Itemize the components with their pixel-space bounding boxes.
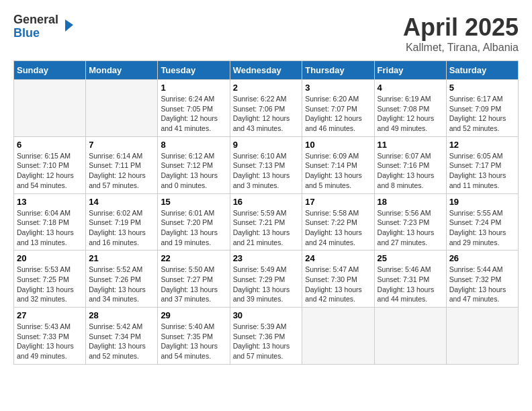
day-number: 11 — [378, 140, 443, 150]
day-number: 21 — [89, 253, 154, 263]
day-number: 10 — [305, 140, 371, 150]
calendar-header-row: SundayMondayTuesdayWednesdayThursdayFrid… — [14, 61, 519, 80]
day-number: 19 — [449, 197, 515, 207]
day-number: 6 — [17, 140, 83, 150]
day-number: 5 — [449, 83, 515, 93]
day-info: Sunrise: 5:58 AM Sunset: 7:22 PM Dayligh… — [305, 208, 371, 248]
day-cell: 24Sunrise: 5:47 AM Sunset: 7:30 PM Dayli… — [302, 250, 374, 308]
day-number: 4 — [378, 83, 443, 93]
day-info: Sunrise: 5:52 AM Sunset: 7:26 PM Dayligh… — [89, 265, 154, 304]
day-cell: 15Sunrise: 6:01 AM Sunset: 7:20 PM Dayli… — [158, 193, 230, 250]
day-cell — [14, 80, 86, 137]
day-number: 30 — [233, 310, 300, 320]
day-info: Sunrise: 6:12 AM Sunset: 7:12 PM Dayligh… — [161, 151, 226, 191]
day-number: 3 — [305, 83, 371, 93]
day-number: 23 — [233, 253, 300, 263]
calendar-table: SundayMondayTuesdayWednesdayThursdayFrid… — [13, 60, 519, 365]
day-cell: 12Sunrise: 6:05 AM Sunset: 7:17 PM Dayli… — [446, 136, 518, 193]
day-cell: 8Sunrise: 6:12 AM Sunset: 7:12 PM Daylig… — [158, 136, 230, 193]
day-info: Sunrise: 6:20 AM Sunset: 7:07 PM Dayligh… — [305, 94, 371, 134]
day-cell: 3Sunrise: 6:20 AM Sunset: 7:07 PM Daylig… — [302, 80, 374, 137]
day-info: Sunrise: 6:04 AM Sunset: 7:18 PM Dayligh… — [17, 208, 83, 248]
week-row-4: 20Sunrise: 5:53 AM Sunset: 7:25 PM Dayli… — [14, 250, 519, 308]
day-cell: 27Sunrise: 5:43 AM Sunset: 7:33 PM Dayli… — [14, 308, 86, 365]
day-cell: 6Sunrise: 6:15 AM Sunset: 7:10 PM Daylig… — [14, 136, 86, 193]
day-info: Sunrise: 5:43 AM Sunset: 7:33 PM Dayligh… — [17, 322, 83, 361]
day-info: Sunrise: 6:15 AM Sunset: 7:10 PM Dayligh… — [17, 151, 83, 191]
header-wednesday: Wednesday — [230, 61, 302, 80]
day-info: Sunrise: 6:10 AM Sunset: 7:13 PM Dayligh… — [233, 151, 300, 191]
week-row-2: 6Sunrise: 6:15 AM Sunset: 7:10 PM Daylig… — [14, 136, 519, 193]
day-number: 12 — [449, 140, 515, 150]
day-info: Sunrise: 5:59 AM Sunset: 7:21 PM Dayligh… — [233, 208, 300, 248]
calendar-title: April 2025 — [403, 13, 519, 42]
day-number: 2 — [233, 83, 300, 93]
day-cell — [302, 308, 374, 365]
day-info: Sunrise: 6:22 AM Sunset: 7:06 PM Dayligh… — [233, 94, 300, 134]
header: General Blue April 2025 Kallmet, Tirana,… — [13, 13, 519, 54]
day-info: Sunrise: 6:07 AM Sunset: 7:16 PM Dayligh… — [378, 151, 443, 191]
day-info: Sunrise: 5:49 AM Sunset: 7:29 PM Dayligh… — [233, 265, 300, 304]
day-info: Sunrise: 6:01 AM Sunset: 7:20 PM Dayligh… — [161, 208, 226, 248]
day-info: Sunrise: 6:02 AM Sunset: 7:19 PM Dayligh… — [89, 208, 154, 248]
day-info: Sunrise: 5:39 AM Sunset: 7:36 PM Dayligh… — [233, 322, 300, 361]
day-number: 13 — [17, 197, 83, 207]
day-info: Sunrise: 5:44 AM Sunset: 7:32 PM Dayligh… — [449, 265, 515, 304]
day-number: 18 — [378, 197, 443, 207]
day-cell: 30Sunrise: 5:39 AM Sunset: 7:36 PM Dayli… — [230, 308, 302, 365]
header-tuesday: Tuesday — [158, 61, 230, 80]
day-number: 25 — [378, 253, 443, 263]
day-info: Sunrise: 6:24 AM Sunset: 7:05 PM Dayligh… — [161, 94, 226, 134]
day-info: Sunrise: 6:09 AM Sunset: 7:14 PM Dayligh… — [305, 151, 371, 191]
day-cell: 5Sunrise: 6:17 AM Sunset: 7:09 PM Daylig… — [446, 80, 518, 137]
day-info: Sunrise: 5:46 AM Sunset: 7:31 PM Dayligh… — [378, 265, 443, 304]
day-cell: 17Sunrise: 5:58 AM Sunset: 7:22 PM Dayli… — [302, 193, 374, 250]
day-number: 14 — [89, 197, 154, 207]
day-cell: 20Sunrise: 5:53 AM Sunset: 7:25 PM Dayli… — [14, 250, 86, 308]
day-number: 1 — [161, 83, 226, 93]
day-cell: 14Sunrise: 6:02 AM Sunset: 7:19 PM Dayli… — [86, 193, 158, 250]
logo: General Blue — [13, 13, 75, 40]
calendar-subtitle: Kallmet, Tirana, Albania — [403, 42, 519, 54]
day-info: Sunrise: 6:17 AM Sunset: 7:09 PM Dayligh… — [449, 94, 515, 134]
day-cell: 11Sunrise: 6:07 AM Sunset: 7:16 PM Dayli… — [374, 136, 446, 193]
week-row-1: 1Sunrise: 6:24 AM Sunset: 7:05 PM Daylig… — [14, 80, 519, 137]
day-cell: 1Sunrise: 6:24 AM Sunset: 7:05 PM Daylig… — [158, 80, 230, 137]
day-cell: 16Sunrise: 5:59 AM Sunset: 7:21 PM Dayli… — [230, 193, 302, 250]
day-info: Sunrise: 5:40 AM Sunset: 7:35 PM Dayligh… — [161, 322, 226, 361]
week-row-3: 13Sunrise: 6:04 AM Sunset: 7:18 PM Dayli… — [14, 193, 519, 250]
day-cell: 25Sunrise: 5:46 AM Sunset: 7:31 PM Dayli… — [374, 250, 446, 308]
day-cell — [374, 308, 446, 365]
day-cell — [86, 80, 158, 137]
day-info: Sunrise: 5:47 AM Sunset: 7:30 PM Dayligh… — [305, 265, 371, 304]
day-number: 27 — [17, 310, 83, 320]
day-info: Sunrise: 5:55 AM Sunset: 7:24 PM Dayligh… — [449, 208, 515, 248]
day-cell: 9Sunrise: 6:10 AM Sunset: 7:13 PM Daylig… — [230, 136, 302, 193]
day-cell: 29Sunrise: 5:40 AM Sunset: 7:35 PM Dayli… — [158, 308, 230, 365]
day-cell: 7Sunrise: 6:14 AM Sunset: 7:11 PM Daylig… — [86, 136, 158, 193]
day-number: 24 — [305, 253, 371, 263]
day-cell: 28Sunrise: 5:42 AM Sunset: 7:34 PM Dayli… — [86, 308, 158, 365]
day-info: Sunrise: 5:42 AM Sunset: 7:34 PM Dayligh… — [89, 322, 154, 361]
day-cell — [446, 308, 518, 365]
header-saturday: Saturday — [446, 61, 518, 80]
header-sunday: Sunday — [14, 61, 86, 80]
header-thursday: Thursday — [302, 61, 374, 80]
day-number: 20 — [17, 253, 83, 263]
title-area: April 2025 Kallmet, Tirana, Albania — [403, 13, 519, 54]
day-number: 17 — [305, 197, 371, 207]
day-number: 9 — [233, 140, 300, 150]
day-number: 15 — [161, 197, 226, 207]
header-friday: Friday — [374, 61, 446, 80]
day-info: Sunrise: 5:56 AM Sunset: 7:23 PM Dayligh… — [378, 208, 443, 248]
day-number: 22 — [161, 253, 226, 263]
logo-blue-text: Blue — [13, 27, 58, 40]
day-info: Sunrise: 6:19 AM Sunset: 7:08 PM Dayligh… — [378, 94, 443, 134]
week-row-5: 27Sunrise: 5:43 AM Sunset: 7:33 PM Dayli… — [14, 308, 519, 365]
day-cell: 22Sunrise: 5:50 AM Sunset: 7:27 PM Dayli… — [158, 250, 230, 308]
logo-icon — [60, 18, 75, 33]
day-number: 29 — [161, 310, 226, 320]
svg-marker-0 — [65, 19, 73, 32]
day-cell: 2Sunrise: 6:22 AM Sunset: 7:06 PM Daylig… — [230, 80, 302, 137]
day-cell: 13Sunrise: 6:04 AM Sunset: 7:18 PM Dayli… — [14, 193, 86, 250]
